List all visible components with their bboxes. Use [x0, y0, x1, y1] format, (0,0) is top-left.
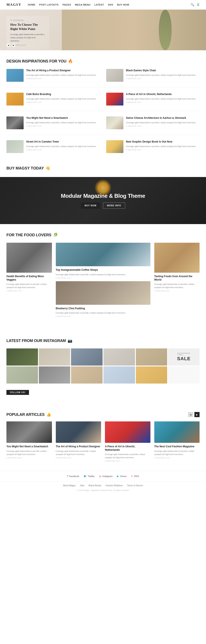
instagram-image-10[interactable] [104, 366, 135, 384]
food-date-1: 6 MONTHS AGO [7, 290, 52, 292]
popular-title-1[interactable]: You Might Not Need a Smartwatch [7, 445, 52, 448]
buy-section: BUY MAGSY TODAY 👋 [0, 162, 206, 177]
nav-buy-now[interactable]: BUY NOW [117, 4, 129, 6]
instagram-icon: ◎ [99, 475, 101, 478]
design-image-1[interactable] [7, 69, 24, 82]
popular-title-4[interactable]: The Next Cool Fashion Magazine [154, 445, 200, 448]
hero-category: ✦ INTERIOR [10, 19, 46, 22]
instagram-grid: DISCONTINUEDLINES / SALE [7, 348, 199, 384]
instagram-placeholder [168, 366, 199, 384]
design-date-2: 6 MONTHS AGO [126, 78, 199, 80]
hero-dot-2[interactable]: ▶ [12, 43, 16, 47]
vimeo-link[interactable]: ▶ Vimeo [117, 475, 127, 478]
terms-link[interactable]: Terms of Service [127, 484, 143, 487]
design-info-3: Café Buho Branding Leverage agile framew… [26, 93, 100, 103]
design-desc-8: Leverage agile frameworks to provide a r… [126, 145, 199, 148]
instagram-image-11[interactable] [136, 366, 167, 384]
follow-us-button[interactable]: Follow Us! [7, 390, 29, 395]
design-divider [7, 134, 199, 135]
nav-pages[interactable]: PAGES [62, 4, 71, 6]
food-image-3[interactable] [56, 281, 150, 305]
site-logo[interactable]: MAGSY [7, 3, 22, 7]
instagram-image-2[interactable] [39, 348, 70, 366]
instagram-image-9[interactable] [71, 366, 102, 384]
design-image-5[interactable] [7, 116, 24, 129]
menu-icon[interactable]: ☰ [197, 3, 199, 7]
design-item: You Might Not Need a Smartwatch Leverage… [7, 116, 100, 129]
popular-item: The Art of Hiring a Product Designer Lev… [56, 422, 101, 462]
design-divider [7, 87, 199, 87]
design-title-5[interactable]: You Might Not Need a Smartwatch [26, 116, 100, 120]
instagram-image-7[interactable] [7, 366, 38, 384]
investor-relations-link[interactable]: Investor Relations [106, 484, 123, 487]
popular-image-2[interactable] [56, 422, 101, 443]
food-image-4[interactable] [154, 243, 200, 273]
hero-pagination: ◀ ▶ [7, 43, 16, 47]
next-arrow[interactable]: ▶ [194, 412, 199, 417]
about-link[interactable]: About Magsy [63, 484, 75, 487]
buy-title: BUY MAGSY TODAY 👋 [7, 166, 199, 170]
food-item: Blueberry Chia Pudding Leverage agile fr… [56, 281, 150, 318]
design-title-6[interactable]: Swiss Cheese Architecture in Aarhus ø, D… [126, 116, 199, 120]
design-image-4[interactable] [106, 93, 123, 106]
sale-label: SALE [177, 356, 190, 362]
hero-title[interactable]: How To Choose The Right White Paint [10, 23, 46, 31]
hero-dot-1[interactable]: ◀ [7, 43, 10, 47]
nav-home[interactable]: HOME [28, 4, 35, 6]
food-title-1[interactable]: Health Benefits of Eating More Veggies [7, 275, 52, 282]
food-grid: Health Benefits of Eating More Veggies L… [7, 243, 199, 321]
camera-emoji: 📷 [68, 338, 72, 343]
prev-arrow[interactable]: ◀ [188, 412, 193, 417]
design-title-3[interactable]: Café Buho Branding [26, 93, 100, 96]
design-image-3[interactable] [7, 93, 24, 106]
instagram-link[interactable]: ◎ Instagram [99, 475, 113, 478]
instagram-image-1[interactable] [7, 348, 38, 366]
nav-post-layouts[interactable]: POST LAYOUTS [39, 4, 59, 6]
buy-now-button[interactable]: BUY NOW [81, 202, 100, 209]
design-title-1[interactable]: The Art of Hiring a Product Designer [26, 69, 100, 72]
popular-image-4[interactable] [154, 422, 200, 443]
brand-assets-link[interactable]: Brand Assets [89, 484, 101, 487]
design-image-8[interactable] [106, 140, 123, 153]
twitter-link[interactable]: 🐦 Twitter [83, 475, 95, 478]
design-image-2[interactable] [106, 69, 123, 82]
instagram-image-5[interactable] [136, 348, 167, 366]
thumbs-up-emoji: 👍 [46, 412, 51, 417]
food-image-2[interactable] [56, 243, 150, 266]
jobs-link[interactable]: Jobs [80, 484, 84, 487]
design-image-7[interactable] [7, 140, 24, 153]
popular-image-1[interactable] [7, 422, 52, 443]
nav-ads[interactable]: ADS [108, 4, 113, 6]
design-title-8[interactable]: New Graphic Design Book Is Out Now [126, 140, 199, 144]
nav-mega-menu[interactable]: MEGA MENU [75, 4, 90, 6]
food-title-4[interactable]: Tasting Foods from Around the World [154, 275, 200, 282]
more-info-button[interactable]: MORE INFO [103, 202, 125, 209]
food-image-1[interactable] [7, 243, 52, 273]
popular-image-3[interactable] [105, 422, 150, 443]
site-footer: f Facebook 🐦 Twitter ◎ Instagram ▶ Vimeo… [0, 471, 206, 494]
popular-date-4: 6 MONTHS AGO [154, 457, 200, 459]
follow-button-wrapper: Follow Us! [7, 387, 199, 395]
instagram-image-8[interactable] [39, 366, 70, 384]
food-desc-2: Leverage agile frameworks to provide a r… [56, 273, 150, 276]
popular-section-title: POPULAR ARTICLES 👍 [7, 412, 188, 417]
food-section-title: FOR THE FOOD LOVERS 🥬 [7, 233, 199, 237]
design-date-7: 6 MONTHS AGO [26, 149, 100, 151]
food-title-2[interactable]: Top Instagrammable Coffee Shops [56, 268, 150, 272]
design-title-7[interactable]: Street Art in Camden Town [26, 140, 100, 144]
design-image-6[interactable] [106, 116, 123, 129]
instagram-image-4[interactable] [104, 348, 135, 366]
popular-title-2[interactable]: The Art of Hiring a Product Designer [56, 445, 101, 448]
design-date-8: 6 MONTHS AGO [126, 149, 199, 151]
design-title-4[interactable]: A Piece of Art in Utrecht, Netherlands [126, 93, 199, 96]
facebook-link[interactable]: f Facebook [67, 475, 79, 478]
popular-title-3[interactable]: A Piece of Art in Utrecht, Netherlands [105, 445, 150, 452]
popular-desc-3: Leverage agile frameworks to provide a r… [105, 453, 150, 459]
food-title-3[interactable]: Blueberry Chia Pudding [56, 307, 150, 310]
rss-link[interactable]: ⊙ RSS [131, 475, 139, 478]
popular-date-2: 6 MONTHS AGO [56, 457, 101, 459]
instagram-image-3[interactable] [71, 348, 102, 366]
nav-latest[interactable]: LATEST [94, 4, 104, 6]
search-icon[interactable]: 🔍 [190, 3, 194, 7]
design-title-2[interactable]: Black Eames Style Chair [126, 69, 199, 72]
